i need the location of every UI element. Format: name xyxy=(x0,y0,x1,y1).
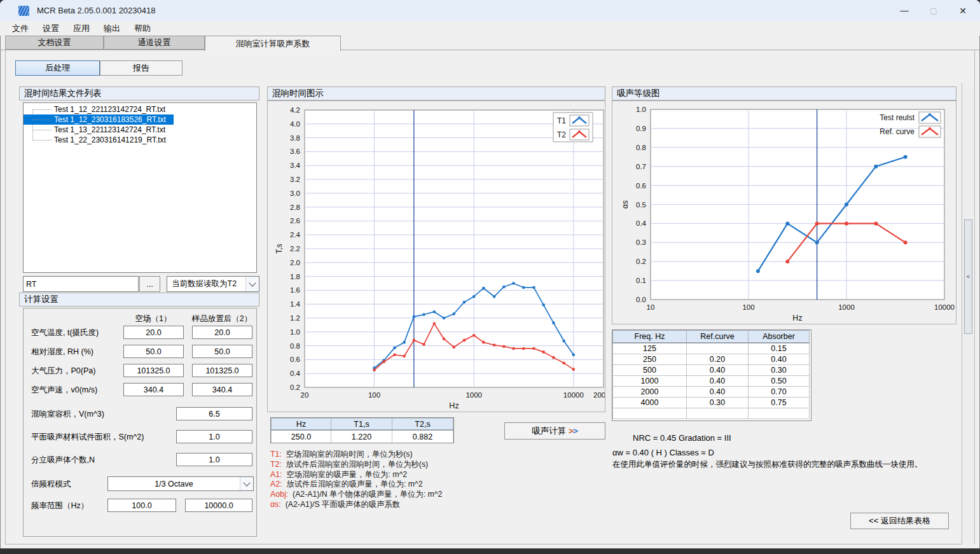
x-tick-label: 100 xyxy=(742,303,754,311)
freq-min-input[interactable] xyxy=(107,499,176,512)
file-list-panel-title: 混时间结果文件列表 xyxy=(24,88,102,99)
calc-value-field-1[interactable] xyxy=(123,326,184,339)
legend-label: Test reulst xyxy=(880,113,914,122)
table-row[interactable] xyxy=(613,408,810,419)
minimize-button[interactable]: — xyxy=(890,0,919,21)
back-to-results-button[interactable]: << 返回结果表格 xyxy=(850,513,949,529)
octave-mode-label: 倍频程模式 xyxy=(31,478,71,490)
rt-name-field-wrap xyxy=(23,276,139,292)
cell: 125 xyxy=(613,343,687,354)
file-list-item[interactable]: Test 1_12_230316183526_RT.txt xyxy=(24,114,174,125)
table-row[interactable]: 2500.200.40 xyxy=(613,354,810,365)
calc-value-field-2[interactable] xyxy=(192,383,252,396)
calc-value-field-2[interactable] xyxy=(192,345,252,358)
y-tick-label: 0.1 xyxy=(636,277,646,284)
table-row[interactable]: 10000.400.50 xyxy=(613,376,810,387)
y-tick-label: 4.2 xyxy=(290,106,300,114)
data-read-as-value: 当前数据读取为T2 xyxy=(167,279,245,289)
y-tick-label: 0.6 xyxy=(290,356,300,363)
table-row[interactable]: 5000.400.30 xyxy=(613,365,810,376)
note-line: Aobj:(A2-A1)/N 单个物体的吸声量，单位为: m^2 xyxy=(270,490,442,500)
x-tick-label: 10 xyxy=(647,303,655,311)
cell: 0.40 xyxy=(687,376,749,387)
y-tick-label: 3.6 xyxy=(290,148,300,155)
file-list-item[interactable]: Test 1_12_221123142724_RT.txt xyxy=(24,104,256,114)
cell: 0.882 xyxy=(392,430,453,443)
maximize-button[interactable]: ▢ xyxy=(919,0,948,21)
y-tick-label: 0.7 xyxy=(636,163,646,170)
calc-value-field[interactable] xyxy=(176,453,252,466)
note-line: A1:空场混响室的吸声量，单位为: m^2 xyxy=(270,470,442,480)
calc-value-field[interactable] xyxy=(176,407,252,420)
application-root: MCR Beta 2.05.0.001 20230418 — ▢ ✕ 文件设置应… xyxy=(0,0,980,554)
subtab-1[interactable]: 后处理 xyxy=(15,60,100,76)
y-tick-label: 1.0 xyxy=(636,106,646,113)
note-label: αs: xyxy=(270,500,281,509)
cell: 500 xyxy=(613,365,687,376)
column-header: T2,s xyxy=(392,419,453,431)
data-read-as-dropdown[interactable]: 当前数据读取为T2 xyxy=(167,276,259,292)
table-row[interactable]: 1250.15 xyxy=(613,343,810,354)
y-tick-label: 0.0 xyxy=(636,296,646,303)
y-tick-label: 0.4 xyxy=(636,219,647,227)
rt-chart-panel-caption: 混响时间图示 xyxy=(267,87,605,100)
absorption-grade-chart[interactable]: 0.00.10.20.30.40.50.60.70.80.91.01010010… xyxy=(612,100,956,324)
note-label: A2: xyxy=(270,480,282,488)
note-text: 放试件后混响室的混响时间，单位为秒(s) xyxy=(286,460,428,469)
abs_chart-svg: 0.00.10.20.30.40.50.60.70.80.91.01010010… xyxy=(612,101,956,324)
y-tick-label: 1.6 xyxy=(290,286,300,294)
note-line: A2:放试件后混响室的吸声量，单位为: m^2 xyxy=(270,480,442,490)
tab-1[interactable]: 文档设置 xyxy=(5,36,104,50)
browse-button[interactable]: ... xyxy=(139,276,160,292)
file-list-item[interactable]: Test 1_22_230316141219_RT.txt xyxy=(24,135,256,145)
close-button[interactable]: ✕ xyxy=(948,0,977,21)
absorption-calc-button[interactable]: 吸声计算 >> xyxy=(504,422,605,440)
file-list[interactable]: Test 1_12_221123142724_RT.txtTest 1_12_2… xyxy=(23,102,257,273)
table-row[interactable]: 40000.300.75 xyxy=(613,398,810,408)
y-tick-label: 2.8 xyxy=(290,204,300,211)
y-tick-label: 3.8 xyxy=(290,134,300,142)
file-list-item[interactable]: Test 1_13_221123142724_RT.txt xyxy=(24,125,256,135)
calc-value-field[interactable] xyxy=(176,430,252,443)
window-controls: — ▢ ✕ xyxy=(890,0,977,21)
note-line: T1:空场混响室的混响时间，单位为秒(s) xyxy=(270,450,442,460)
tab-2[interactable]: 通道设置 xyxy=(104,36,205,50)
tab-3[interactable]: 混响室计算吸声系数 xyxy=(205,36,341,51)
calc-value-field-1[interactable] xyxy=(123,383,184,396)
subtab-2[interactable]: 报告 xyxy=(100,60,183,76)
x-tick-label: 1000 xyxy=(838,303,855,311)
note-line: αs:(A2-A1)/S 平面吸声体的吸声系数 xyxy=(270,500,442,510)
table-row[interactable]: 20000.400.70 xyxy=(613,387,810,398)
y-tick-label: 2.4 xyxy=(290,231,301,239)
cell: 0.20 xyxy=(687,354,749,365)
rt_chart-svg: 0.20.40.60.81.01.21.41.61.82.02.22.42.62… xyxy=(268,101,605,412)
menu-bar: 文件设置应用输出帮助 xyxy=(0,21,980,36)
calc-value-field-1[interactable] xyxy=(123,364,184,377)
x-tick-label: 10000 xyxy=(563,391,584,399)
menu-item-5[interactable]: 帮助 xyxy=(127,22,158,36)
y-tick-label: 0.5 xyxy=(636,201,646,209)
calc-value-field-2[interactable] xyxy=(192,326,252,339)
freq-max-input[interactable] xyxy=(185,499,252,512)
app-icon xyxy=(18,6,29,16)
cell: 0.30 xyxy=(749,365,810,376)
rt-name-input[interactable] xyxy=(23,276,139,292)
cell xyxy=(749,408,810,419)
legend-curve-icon xyxy=(919,126,941,137)
calc-row-label: 混响室容积，V(m^3) xyxy=(31,408,104,420)
cell: 0.75 xyxy=(749,398,810,408)
menu-item-2[interactable]: 设置 xyxy=(36,22,66,36)
cell xyxy=(687,408,749,419)
reverberation-time-chart[interactable]: 0.20.40.60.81.01.21.41.61.82.02.22.42.62… xyxy=(267,100,605,412)
menu-item-1[interactable]: 文件 xyxy=(5,22,36,36)
column-header: Hz xyxy=(272,419,331,431)
side-panel-collapse-handle[interactable]: < xyxy=(964,219,972,334)
menu-item-4[interactable]: 输出 xyxy=(97,22,127,36)
octave-mode-dropdown[interactable]: 1/3 Octave xyxy=(107,476,254,491)
calc-row-label: 大气压力，P0(Pa) xyxy=(31,364,95,377)
calc-value-field-2[interactable] xyxy=(192,364,252,377)
menu-item-3[interactable]: 应用 xyxy=(66,22,97,36)
x-axis-label: Hz xyxy=(792,314,802,322)
rt-chart-panel-title: 混响时间图示 xyxy=(272,88,324,99)
calc-value-field-1[interactable] xyxy=(123,345,184,358)
